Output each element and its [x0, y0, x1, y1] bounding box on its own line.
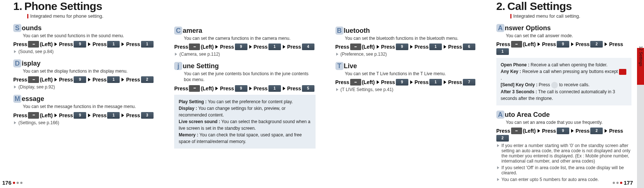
sec-title: uto Area Code [505, 111, 550, 119]
press-word: Press [59, 41, 73, 47]
h1-num: 1. [13, 0, 22, 12]
page-num: 176 [2, 180, 11, 186]
ref-arrow-icon [175, 53, 177, 56]
sec-head: j une Setting [174, 62, 315, 70]
keypad-2-icon: 2 [590, 128, 603, 134]
press-word: Press [254, 86, 268, 91]
keypad-1-icon: 1 [268, 43, 281, 50]
col-3: B luetooth You can set the bluetooth fun… [322, 0, 483, 188]
section-message: M essage You can set the message functio… [13, 95, 154, 125]
ref-text: (Display, see p.92) [18, 84, 55, 90]
page-num: 177 [624, 180, 633, 186]
press-word: Press [496, 41, 510, 47]
keypad-1-icon: 1 [107, 76, 120, 83]
note-1: If you enter a number starting with '0' … [496, 143, 631, 164]
sec-desc: You can set the camera functions in the … [184, 35, 315, 41]
press-word: Press [381, 79, 395, 85]
ref-arrow-icon [336, 88, 338, 91]
press-word: (Left) [201, 86, 214, 91]
tagline-right: Integrated menu for call setting. [513, 13, 631, 19]
arrow-right-icon [444, 45, 446, 49]
page-number-right: 177 [613, 180, 633, 186]
arrow-right-icon [283, 45, 285, 49]
ref-line: (Sound, see p.84) [13, 49, 154, 54]
sec-head: M essage [13, 95, 154, 103]
arrow-right-icon [249, 87, 252, 90]
ref-arrow-icon [14, 86, 16, 88]
nb-send-v-post: to receive calls. [558, 82, 590, 87]
cap-letter: A [496, 24, 504, 32]
arrow-right-icon [377, 80, 379, 84]
cap-letter: S [13, 24, 21, 32]
menu-key-icon: ━ [511, 41, 522, 48]
col-2: C amera You can set the camera functions… [161, 0, 322, 188]
press-word: Press [542, 41, 556, 47]
arrow-right-icon [88, 78, 91, 81]
nb-any-v-post: . [501, 76, 502, 81]
arrow-right-icon [122, 114, 124, 117]
keypad-1-icon: 1 [429, 79, 442, 86]
press-word: Press [576, 41, 590, 47]
menu-key-icon: ━ [28, 76, 39, 83]
press-line: Press━(Left)Press9Press2Press1 [496, 41, 631, 55]
press-word: (Left) [201, 44, 214, 50]
sec-title: amera [183, 27, 202, 35]
keypad-9-icon: 9 [74, 41, 86, 48]
keypad-9-icon: 9 [235, 85, 247, 92]
sec-head: T Live [335, 62, 476, 70]
arrow-right-icon [571, 129, 574, 133]
arrow-right-icon [605, 129, 607, 133]
sec-title: Live [344, 62, 357, 70]
ref-text: (Camera, see p.112) [179, 52, 220, 57]
arrow-right-icon [122, 78, 124, 81]
ref-arrow-icon [497, 166, 499, 169]
sec-desc: You can set the call answer mode. [506, 33, 631, 39]
press-word: (Left) [362, 44, 375, 50]
nb-send-v-pre: Press [539, 82, 551, 87]
keypad-9-icon: 9 [557, 128, 569, 134]
arrow-right-icon [410, 80, 413, 84]
note-text: If you select 'Off' in area code list, t… [502, 165, 631, 175]
press-word: Press [92, 112, 106, 118]
ref-line: (Camera, see p.112) [174, 52, 315, 57]
press-word: Press [609, 41, 623, 47]
nb-lss-l: Live screen sound : [179, 119, 220, 124]
keypad-9-icon: 9 [396, 79, 408, 86]
h1-title: Call Settings [507, 0, 572, 12]
sec-desc: You can set the T Live functions in the … [345, 71, 476, 77]
keypad-5-icon: 5 [302, 85, 314, 92]
cap-letter: C [174, 27, 182, 35]
arrow-right-icon [88, 114, 91, 117]
sec-desc: You can set the sound functions in the s… [23, 33, 154, 39]
press-word: (Left) [523, 41, 536, 47]
note-text: If you enter a number starting with '0' … [502, 143, 631, 164]
cap-letter: T [335, 62, 344, 70]
arrow-right-icon [215, 87, 218, 90]
ref-text: (T LIVE Settings, see p.41) [341, 87, 394, 92]
arrow-right-icon [283, 87, 285, 90]
nb-disp-l: Display : [179, 106, 197, 111]
press-word: Press [254, 44, 268, 50]
keypad-7-icon: 7 [463, 79, 475, 86]
press-line: Press━(Left)Press9Press1Press6 [335, 43, 476, 50]
cap-letter: A [496, 111, 504, 119]
press-word: Press [59, 77, 73, 83]
sec-head: S ounds [13, 24, 154, 32]
cap-letter: M [13, 95, 21, 103]
section-tlive: T Live You can set the T Live functions … [335, 62, 476, 92]
send-key-icon [551, 82, 558, 88]
press-word: Press [448, 44, 462, 50]
page-number-left: 176 [2, 180, 22, 186]
menu-key-icon: ━ [28, 112, 39, 119]
press-word: (Left) [523, 128, 536, 134]
h1-num: 2. [496, 0, 505, 12]
press-word: Press [126, 77, 140, 83]
menu-key-icon: ━ [189, 85, 200, 92]
section-june: j une Setting You can set the june conte… [174, 62, 315, 91]
ref-text: (Preference, see p.132) [341, 52, 387, 57]
nb-any-v-pre: Receive a call when pressing any buttons… [522, 69, 619, 74]
sec-head: A nswer Options [496, 24, 631, 32]
ref-line: (T LIVE Settings, see p.41) [335, 87, 476, 92]
menu-key-icon: ━ [511, 128, 522, 134]
press-line: Press━(Left)Press9Press1Press2 [13, 76, 154, 83]
